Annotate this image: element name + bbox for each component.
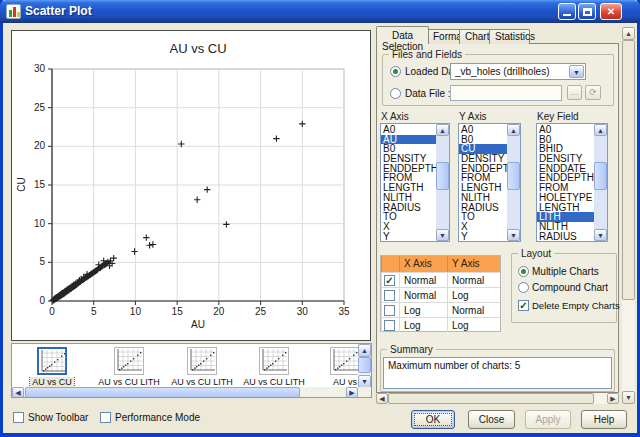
list-item-y[interactable]: Y [381,232,436,241]
x-axis-listbox[interactable]: A0AUB0DENSITYENDDEPTHFROMLENGTHNLITHRADI… [380,123,450,242]
scale-cell-y-normal[interactable]: Normal [447,302,500,317]
list-item-radius[interactable]: RADIUS [537,232,594,241]
scale-cell-x-normal[interactable]: Normal [399,272,447,287]
y-axis-list-label: Y Axis [459,111,487,122]
chart-thumbnail-strip: AU vs CUAU vs CU LITHBasaltAU vs CU LITH… [11,343,372,398]
scrollbar-thumb[interactable] [25,387,300,398]
delete-empty-charts-label: Delete Empty Charts [532,300,620,311]
svg-text:0: 0 [39,295,45,306]
loaded-data-value: _vb_holes (drillholes) [455,66,550,77]
scrollbar-thumb[interactable] [594,162,607,190]
mini-chart-icon [114,347,144,375]
scroll-down-icon[interactable]: ▼ [507,229,520,241]
chevron-down-icon[interactable]: ▼ [569,65,584,78]
svg-text:15: 15 [172,306,184,317]
help-button[interactable]: Help [581,410,627,429]
close-icon[interactable]: ✕ [600,3,622,20]
scroll-left-icon[interactable]: ◀ [12,387,24,398]
scroll-right-icon[interactable]: ▶ [607,393,619,404]
scale-row-checkbox[interactable] [384,305,395,316]
data-file-label: Data File : [405,88,451,99]
title-bar[interactable]: Scatter Plot ✕ [0,0,640,23]
key-field-listbox[interactable]: A0B0BHIDDENSITYENDDATEENDDEPTHFROMHOLETY… [536,123,608,242]
svg-text:10: 10 [130,306,142,317]
tab-statistics[interactable]: Statistics [489,29,530,44]
show-toolbar-checkbox[interactable] [13,412,24,423]
axis-scale-table: X AxisY Axis✓NormalNormalNormalLogLogNor… [380,255,501,332]
multiple-charts-label: Multiple Charts [532,266,599,277]
browse-button[interactable]: ... [567,85,582,100]
app-chart-icon [6,4,21,19]
scale-row-checkbox-cell: ✓ [381,272,399,287]
delete-empty-charts-checkbox[interactable]: ✓ [518,300,529,311]
svg-text:15: 15 [34,179,46,190]
scale-row-checkbox-cell [381,317,399,332]
data-file-radio[interactable] [390,88,401,99]
scale-table-header-check [381,256,399,272]
compound-chart-radio[interactable] [518,282,529,293]
scatter-chart: 05101520253035051015202530 [12,31,370,340]
mini-chart-icon [187,347,217,375]
scale-table-header-x-axis: X Axis [399,256,447,272]
scroll-down-icon[interactable]: ▼ [594,229,607,241]
scale-cell-x-log[interactable]: Log [399,302,447,317]
tab-format[interactable]: Format [427,29,461,44]
compound-chart-label: Compound Chart [532,282,608,293]
refresh-icon[interactable]: ⟳ [585,85,601,100]
scrollbar-thumb[interactable] [436,162,449,190]
performance-mode-label: Performance Mode [115,412,200,423]
list-vertical-scrollbar[interactable]: ▲▼ [507,124,520,241]
scale-row-checkbox-cell [381,302,399,317]
scroll-up-icon[interactable]: ▲ [594,124,607,136]
minimize-icon[interactable] [558,3,576,20]
scroll-right-icon[interactable]: ▶ [346,387,358,398]
close-button[interactable]: Close [468,410,515,429]
list-vertical-scrollbar[interactable]: ▲▼ [436,124,449,241]
svg-text:20: 20 [213,306,225,317]
ok-button[interactable]: OK [411,410,455,429]
loaded-data-combobox[interactable]: _vb_holes (drillholes) ▼ [450,63,586,80]
scroll-up-icon[interactable]: ▲ [507,124,520,136]
summary-textbox[interactable]: Maximum number of charts: 5 [383,357,612,389]
scroll-down-icon[interactable]: ▼ [436,229,449,241]
scrollbar-thumb[interactable] [507,162,520,190]
scroll-up-icon[interactable]: ▲ [622,27,635,40]
scale-table-header-y-axis: Y Axis [447,256,500,272]
window-title: Scatter Plot [25,4,92,18]
apply-button[interactable]: Apply [525,410,571,429]
scroll-up-icon[interactable]: ▲ [436,124,449,136]
tab-page-horizontal-scrollbar[interactable]: ◀ ▶ [376,393,619,404]
scrollbar-thumb[interactable] [388,393,594,404]
thumbnail-horizontal-scrollbar[interactable]: ◀ ▶ [12,387,371,398]
svg-text:0: 0 [49,306,55,317]
scale-cell-y-log[interactable]: Log [447,317,500,332]
scrollbar-thumb[interactable] [622,40,635,300]
y-axis-listbox[interactable]: A0B0CUDENSITYENDDEPTHFROMLENGTHNLITHRADI… [458,123,521,242]
scroll-down-icon[interactable]: ▼ [622,391,635,404]
list-vertical-scrollbar[interactable]: ▲▼ [594,124,607,241]
svg-text:10: 10 [34,218,46,229]
scroll-up-icon[interactable]: ▲ [358,344,371,357]
tab-data-selection[interactable]: Data Selection [376,26,429,44]
svg-text:5: 5 [91,306,97,317]
multiple-charts-radio[interactable] [518,266,529,277]
scale-row-checkbox[interactable] [384,290,395,301]
maximize-icon[interactable] [578,3,596,20]
scale-row-checkbox[interactable] [384,320,395,331]
scrollbar-thumb[interactable] [358,357,371,373]
data-file-input[interactable] [450,85,562,101]
scroll-left-icon[interactable]: ◀ [376,393,388,404]
loaded-data-radio[interactable] [390,66,401,77]
scale-row-checkbox[interactable]: ✓ [384,275,395,286]
scale-cell-y-log[interactable]: Log [447,287,500,302]
scale-cell-x-normal[interactable]: Normal [399,287,447,302]
summary-legend: Summary [387,344,436,355]
performance-mode-checkbox[interactable] [100,412,111,423]
thumbnail-vertical-scrollbar[interactable]: ▲ ▼ [358,344,371,388]
list-item-y[interactable]: Y [459,232,507,241]
tab-charts[interactable]: Charts [459,29,491,44]
scale-cell-y-normal[interactable]: Normal [447,272,500,287]
scale-cell-x-log[interactable]: Log [399,317,447,332]
svg-text:25: 25 [34,102,46,113]
tab-page-vertical-scrollbar[interactable]: ▲ ▼ [622,27,635,404]
